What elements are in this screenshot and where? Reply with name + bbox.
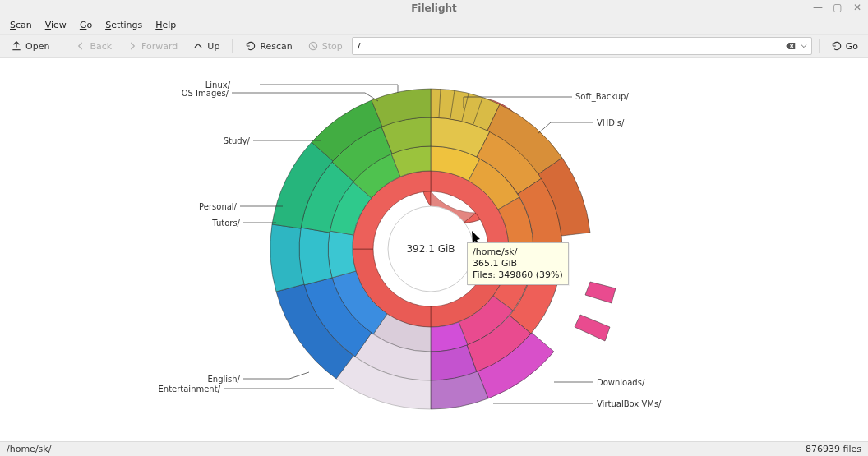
stop-button[interactable]: Stop <box>302 38 349 54</box>
menu-help[interactable]: Help <box>150 18 181 32</box>
separator <box>232 39 233 53</box>
location-dropdown[interactable] <box>800 42 808 50</box>
menu-scan[interactable]: Scan <box>5 18 37 32</box>
clear-location-button[interactable] <box>785 40 796 52</box>
label-study: Study/ <box>224 136 251 145</box>
r4-i[interactable] <box>299 228 332 285</box>
label-downloads: Downloads/ <box>597 378 645 387</box>
chevron-right-icon <box>127 40 138 52</box>
spike-1[interactable] <box>585 282 616 303</box>
open-label: Open <box>25 41 49 52</box>
maximize-button[interactable]: ▢ <box>832 2 843 13</box>
rescan-button[interactable]: Rescan <box>239 38 298 54</box>
location-bar[interactable] <box>352 37 812 55</box>
stop-icon <box>307 40 319 52</box>
up-button[interactable]: Up <box>187 38 225 54</box>
center-size: 392.1 GiB <box>406 243 455 255</box>
menu-view[interactable]: View <box>40 18 72 32</box>
app-title: Filelight <box>411 2 457 14</box>
label-soft-backup: Soft_Backup/ <box>575 92 629 102</box>
backspace-icon <box>785 40 796 52</box>
seg-cyan[interactable] <box>328 231 356 278</box>
forward-button[interactable]: Forward <box>121 38 183 54</box>
app-window: Filelight — ▢ ✕ Scan View Go Settings He… <box>0 0 868 456</box>
back-button[interactable]: Back <box>69 38 118 54</box>
menubar: Scan View Go Settings Help <box>0 16 868 35</box>
status-files: 876939 files <box>806 444 861 454</box>
tooltip-files: Files: 349860 (39%) <box>473 269 563 281</box>
up-label: Up <box>207 41 219 52</box>
chevron-left-icon <box>75 40 86 52</box>
rescan-label: Rescan <box>260 41 292 52</box>
go-icon <box>831 40 843 52</box>
refresh-icon <box>245 40 256 52</box>
go-button[interactable]: Go <box>826 39 863 53</box>
minimize-button[interactable]: — <box>812 2 824 13</box>
status-bar: /home/sk/ 876939 files <box>0 441 868 456</box>
forward-label: Forward <box>141 41 178 52</box>
label-os-images: OS Images/ <box>182 89 229 98</box>
label-english: English/ <box>208 375 241 384</box>
open-button[interactable]: Open <box>5 38 55 54</box>
svg-line-8 <box>538 122 551 134</box>
stop-label: Stop <box>322 41 343 52</box>
titlebar: Filelight — ▢ ✕ <box>0 0 868 16</box>
location-input[interactable] <box>356 40 782 53</box>
sunburst-chart[interactable]: 392.1 GiB <box>0 58 868 441</box>
status-path: /home/sk/ <box>7 444 51 454</box>
go-label: Go <box>846 41 858 52</box>
spike-2[interactable] <box>575 315 610 341</box>
hover-tooltip: /home/sk/ 365.1 GiB Files: 349860 (39%) <box>467 242 569 285</box>
close-button[interactable]: ✕ <box>852 2 863 13</box>
back-label: Back <box>90 41 112 52</box>
svg-line-16 <box>365 93 378 101</box>
menu-go[interactable]: Go <box>75 18 97 32</box>
separator <box>819 39 820 53</box>
label-entertainment: Entertainment/ <box>158 385 220 394</box>
label-tutors: Tutors/ <box>211 219 240 228</box>
svg-line-24 <box>289 372 309 379</box>
label-vhds: VHD's/ <box>597 118 625 127</box>
separator <box>62 39 62 53</box>
window-controls: — ▢ ✕ <box>812 2 863 13</box>
label-virtualbox-vms: VirtualBox VMs/ <box>597 399 662 408</box>
r5-i[interactable] <box>270 224 304 292</box>
sunburst-canvas[interactable]: 392.1 GiB <box>0 58 868 441</box>
chevron-down-icon <box>800 42 808 50</box>
menu-settings[interactable]: Settings <box>100 18 147 32</box>
open-icon <box>11 40 22 52</box>
tooltip-size: 365.1 GiB <box>473 258 563 269</box>
chevron-up-icon <box>192 40 204 52</box>
label-personal: Personal/ <box>199 202 238 211</box>
toolbar: Open Back Forward Up Rescan Stop <box>0 35 868 58</box>
tooltip-path: /home/sk/ <box>473 246 563 258</box>
